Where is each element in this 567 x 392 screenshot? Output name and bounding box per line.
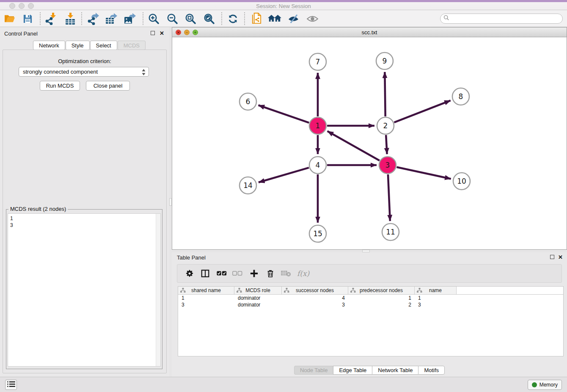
criterion-dropdown[interactable]: strongly connected component [19,67,149,77]
zoom-selected-icon[interactable] [202,11,216,26]
table-row[interactable]: 1dominator411 [178,295,563,301]
graph-edge-3-11[interactable] [388,174,390,221]
add-column-icon[interactable] [250,269,259,278]
graph-node-8[interactable]: 8 [452,88,469,105]
export-network-icon[interactable] [85,11,100,26]
close-panel-button[interactable]: Close panel [86,81,130,91]
close-panel-icon[interactable]: ✕ [160,30,164,36]
graph-node-10[interactable]: 10 [453,173,470,190]
node-table-body[interactable]: 1dominator4113dominator323 [178,295,563,308]
function-builder-icon: f(x) [297,269,309,278]
delete-column-icon[interactable] [266,269,275,278]
tab-style[interactable]: Style [66,41,90,50]
window-title: Session: New Session [0,3,567,9]
graph-node-2[interactable]: 2 [377,117,394,134]
export-image-icon[interactable] [122,11,137,26]
svg-text:10: 10 [457,177,466,185]
toolbar-separator [244,12,245,25]
column-header-predecessor-nodes[interactable]: predecessor nodes [348,287,415,294]
tab-edge-table[interactable]: Edge Table [333,366,372,375]
table-cell[interactable]: 1 [178,295,234,301]
zoom-out-icon[interactable] [165,11,179,26]
graph-node-6[interactable]: 6 [239,93,256,110]
graph-node-11[interactable]: 11 [382,224,399,240]
network-window-titlebar[interactable]: ✕ − + scc.txt [172,28,567,37]
table-cell[interactable]: 3 [415,301,457,308]
zoom-fit-icon[interactable] [183,11,198,26]
show-eye-icon[interactable] [305,11,319,26]
zoom-in-icon[interactable] [146,11,161,26]
column-header-shared-name[interactable]: shared name [178,287,234,294]
search-icon [443,15,449,22]
table-cell[interactable]: 1 [415,295,457,301]
node-table-header[interactable]: shared nameMCDS rolesuccessor nodesprede… [178,287,563,295]
toolbar-separator [40,12,41,25]
result-scrollbar[interactable] [156,214,160,366]
column-header-successor-nodes[interactable]: successor nodes [282,287,348,294]
graph-edge-2-8[interactable] [394,100,451,122]
network-view-window: ✕ − + scc.txt 7968124314101511 [172,27,567,250]
share-document-icon[interactable] [249,11,264,26]
column-header-mcds-role[interactable]: MCDS role [234,287,282,294]
table-cell[interactable]: 4 [282,295,348,301]
graph-node-3[interactable]: 3 [379,157,396,174]
table-cell[interactable]: dominator [234,301,282,308]
graph-node-1[interactable]: 1 [309,117,326,134]
tab-motifs[interactable]: Motifs [418,366,445,375]
search-field[interactable] [440,14,563,24]
graph-edge-4-14[interactable] [259,168,309,182]
svg-text:2: 2 [383,121,388,130]
table-cell[interactable]: dominator [234,295,282,301]
run-mcds-button[interactable]: Run MCDS [40,81,80,91]
gear-icon[interactable] [185,269,194,278]
table-cell[interactable]: 3 [178,301,234,308]
deselect-all-icon[interactable] [232,271,242,276]
memory-status-icon [532,382,537,387]
tab-network-table[interactable]: Network Table [372,366,418,375]
graph-node-9[interactable]: 9 [376,52,393,69]
task-list-button[interactable] [5,380,17,390]
import-table-icon[interactable] [63,11,77,26]
graph-node-4[interactable]: 4 [309,157,326,174]
close-table-panel-icon[interactable]: ✕ [558,254,563,260]
table-row[interactable]: 3dominator323 [178,301,563,308]
memory-button[interactable]: Memory [528,380,562,390]
column-header-name[interactable]: name [415,287,457,294]
main-toolbar [0,10,567,27]
tab-network[interactable]: Network [33,41,65,50]
graph-node-15[interactable]: 15 [309,225,326,242]
save-session-icon[interactable] [20,11,35,26]
graph-edge-2-3[interactable] [386,135,387,154]
table-cell[interactable]: 3 [282,301,348,308]
graph-edge-2-9[interactable] [385,72,385,116]
status-bar: Memory [0,377,567,392]
export-table-icon[interactable] [104,11,118,26]
mcds-result-group: MCDS result (2 nodes) 13 [6,209,162,369]
graph-edge-3-10[interactable] [396,167,451,179]
graph-node-14[interactable]: 14 [239,177,256,194]
graph-edge-1-6[interactable] [259,105,309,122]
open-folder-icon[interactable] [3,11,17,26]
tab-select[interactable]: Select [90,41,117,50]
float-table-panel-icon[interactable] [550,254,554,260]
network-window-title: scc.txt [172,29,567,36]
graph-edge-3-1[interactable] [328,131,380,160]
split-columns-icon[interactable] [201,269,210,278]
optimization-criterion-label: Optimization criterion: [0,58,169,64]
select-all-icon[interactable] [217,271,227,276]
search-input[interactable] [449,15,562,22]
float-panel-icon[interactable] [151,30,155,36]
table-cell[interactable]: 2 [348,301,415,308]
import-network-icon[interactable] [43,11,58,26]
home-icon[interactable] [267,11,282,26]
refresh-icon[interactable] [226,11,240,26]
graph-node-7[interactable]: 7 [309,53,326,70]
mcds-result-title: MCDS result (2 nodes) [8,206,68,212]
table-cell[interactable]: 1 [348,295,415,301]
hide-eye-icon[interactable] [286,11,300,26]
network-canvas[interactable]: 7968124314101511 [172,37,567,249]
node-table[interactable]: shared nameMCDS rolesuccessor nodesprede… [178,286,564,356]
tab-node-table[interactable]: Node Table [294,366,333,375]
tab-mcds[interactable]: MCDS [118,41,146,50]
delete-table-icon [281,270,291,277]
